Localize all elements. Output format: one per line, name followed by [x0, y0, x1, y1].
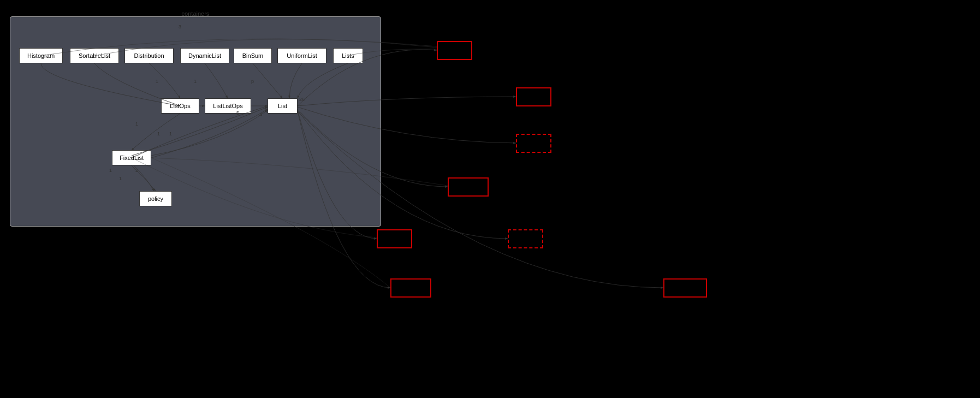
node-lists[interactable]: Lists	[333, 48, 363, 63]
node-distribution[interactable]: Distribution	[124, 48, 174, 63]
red-box-6	[508, 229, 543, 248]
red-box-5	[377, 229, 412, 248]
red-box-4	[448, 177, 489, 197]
node-list-ops[interactable]: ListOps	[161, 98, 199, 114]
node-histogram[interactable]: Histogram	[19, 48, 63, 63]
node-policy[interactable]: policy	[139, 191, 172, 206]
node-list[interactable]: List	[268, 98, 298, 114]
diagram-area: containers Histogram SortableList Distri…	[0, 0, 980, 398]
red-box-8	[663, 278, 707, 298]
node-fixed-list[interactable]: FixedList	[112, 150, 151, 165]
node-bin-sum[interactable]: BinSum	[234, 48, 272, 63]
red-box-7	[390, 278, 431, 298]
node-uniform-list[interactable]: UniformList	[277, 48, 326, 63]
node-sortable-list[interactable]: SortableList	[70, 48, 119, 63]
node-list-list-ops[interactable]: ListListOps	[205, 98, 251, 114]
red-box-2	[516, 87, 551, 106]
red-box-3	[516, 134, 551, 153]
node-dynamic-list[interactable]: DynamicList	[180, 48, 229, 63]
containers-label: containers	[182, 10, 210, 17]
red-box-1	[437, 41, 472, 60]
